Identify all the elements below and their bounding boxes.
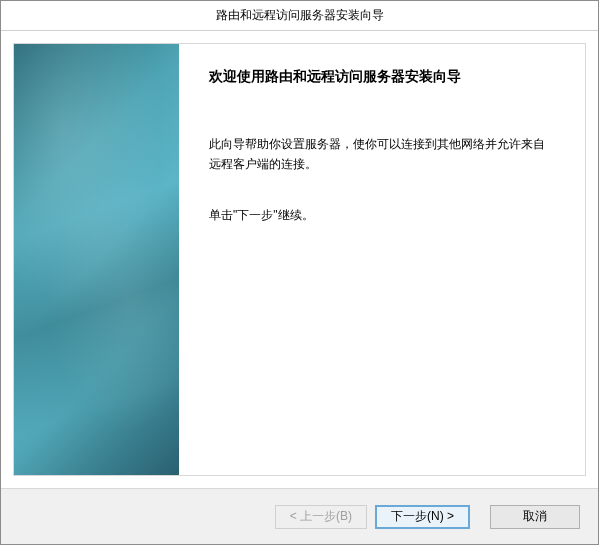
window-title: 路由和远程访问服务器安装向导	[216, 7, 384, 24]
next-button[interactable]: 下一步(N) >	[375, 505, 470, 529]
cancel-button[interactable]: 取消	[490, 505, 580, 529]
button-bar: < 上一步(B) 下一步(N) > 取消	[1, 488, 598, 544]
wizard-window: 路由和远程访问服务器安装向导 欢迎使用路由和远程访问服务器安装向导 此向导帮助你…	[0, 0, 599, 545]
content-area: 欢迎使用路由和远程访问服务器安装向导 此向导帮助你设置服务器，使你可以连接到其他…	[1, 31, 598, 488]
back-button: < 上一步(B)	[275, 505, 367, 529]
welcome-heading: 欢迎使用路由和远程访问服务器安装向导	[209, 68, 555, 86]
titlebar: 路由和远程访问服务器安装向导	[1, 1, 598, 31]
inner-frame: 欢迎使用路由和远程访问服务器安装向导 此向导帮助你设置服务器，使你可以连接到其他…	[13, 43, 586, 476]
main-panel: 欢迎使用路由和远程访问服务器安装向导 此向导帮助你设置服务器，使你可以连接到其他…	[179, 44, 585, 475]
wizard-sidebar-image	[14, 44, 179, 475]
description-text: 此向导帮助你设置服务器，使你可以连接到其他网络并允许来自远程客户端的连接。	[209, 134, 555, 175]
instruction-text: 单击"下一步"继续。	[209, 205, 555, 225]
